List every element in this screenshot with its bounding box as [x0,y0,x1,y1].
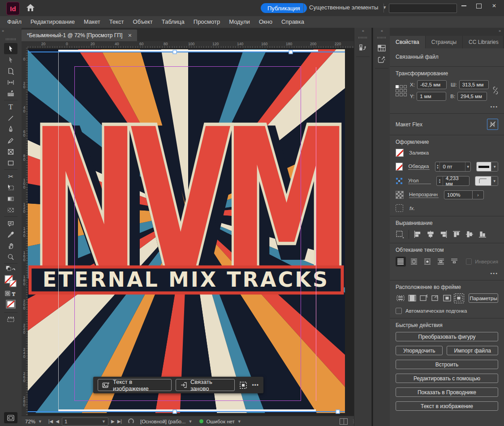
fit-content-to-frame-icon[interactable] [431,294,440,303]
flex-layout-toggle-icon[interactable] [487,119,498,130]
dock-grip[interactable] [358,37,367,39]
stroke-swatch[interactable] [396,163,403,171]
menu-window[interactable]: Окно [254,16,277,28]
tool-content-collector[interactable] [4,88,17,99]
fit-frame-to-content-icon[interactable] [419,294,428,303]
align-to-icon[interactable] [396,230,405,239]
wrap-jump-next-column-icon[interactable] [449,257,459,267]
placed-image[interactable]: NVM NVM ETERNAL MIX TRACKS Текст [28,49,345,413]
opacity-expand-icon[interactable]: › [473,190,484,199]
tools-panel-expand[interactable]: » [0,28,23,37]
grid-panel-icon[interactable] [375,42,388,54]
tool-gradient-swatch[interactable] [4,193,17,204]
corner-radius-stepper[interactable]: ▲▼ 4,233 мм [436,176,469,186]
tool-frame[interactable] [4,146,17,157]
tool-gap[interactable] [4,77,17,88]
convert-shape-button[interactable]: Преобразовать фигуру [396,332,498,341]
align-center-horizontal-icon[interactable] [426,230,435,239]
selection-handle[interactable] [336,410,340,414]
tool-eyedropper[interactable] [4,229,17,240]
align-right-icon[interactable] [439,230,448,239]
x-field[interactable]: -62,5 мм [417,80,447,89]
page-number-field[interactable]: 1 ▼ [62,417,108,426]
text-to-image-button[interactable]: Текст в изображение [98,379,172,391]
share-export-icon[interactable] [375,54,388,65]
history-panel-icon[interactable] [357,42,369,54]
tool-selection[interactable] [4,43,17,54]
align-left-icon[interactable] [413,230,422,239]
dock-collapse-icon[interactable]: « [373,28,390,36]
content-aware-fit-icon[interactable] [454,294,464,303]
tool-pen[interactable] [4,124,17,135]
tool-line[interactable] [4,112,17,124]
next-page-button[interactable]: ▶ [111,419,115,424]
fill-frame-proportionally-icon[interactable] [396,294,405,303]
document-tab-close-icon[interactable]: ✕ [128,33,132,39]
dock-collapse-icon[interactable]: « [354,28,371,36]
horizontal-ruler[interactable]: 20020406080100120140160180200220 [28,41,354,48]
selection-handle[interactable] [289,50,293,54]
wrap-none-icon[interactable] [396,257,406,267]
stroke-style-dropdown[interactable]: ▼ [476,162,498,172]
reference-point-grid[interactable] [396,85,407,96]
search-input[interactable] [389,4,457,13]
close-button[interactable]: ✕ [487,0,502,12]
minimize-button[interactable] [456,0,471,12]
import-file-button[interactable]: Импорт файла [447,346,498,355]
tool-scissors[interactable]: ✂ [4,171,17,182]
tool-page[interactable] [4,65,17,77]
wrap-bounding-box-icon[interactable] [409,257,419,267]
dock-grip[interactable] [377,37,386,39]
selection-handle[interactable] [173,410,177,414]
split-layout-icon[interactable] [340,418,348,425]
text-wrap-more-icon[interactable]: ••• [396,271,498,276]
tool-rectangle[interactable] [4,157,17,168]
menu-plugins[interactable]: Модули [224,16,254,28]
menu-view[interactable]: Просмотр [189,16,224,28]
first-page-button[interactable]: |◀ [48,419,53,424]
content-aware-fit-icon[interactable] [239,381,248,390]
more-options-icon[interactable]: ••• [252,382,259,388]
fx-icon[interactable]: fx. [409,206,415,211]
tool-gradient-feather[interactable] [4,204,17,215]
menu-edit[interactable]: Редактирование [26,16,79,28]
corner-link[interactable]: Угол [408,178,431,184]
menu-layout[interactable]: Макет [79,16,105,28]
autofit-checkbox[interactable] [396,308,402,314]
preflight-profile[interactable]: [Основной] (рабо... [140,419,186,424]
fill-stroke-swatches[interactable] [4,274,17,289]
stroke-link[interactable]: Обводка [408,164,430,170]
cell-strokes-icon[interactable] [4,314,17,325]
error-chevron-icon[interactable]: ▼ [237,419,241,424]
document-tab[interactable]: *Безымянный-1 @ 72% [Просмотр ГП] ✕ [22,30,137,41]
workspace-switcher[interactable]: Существенные элементы ▼ [309,4,387,11]
width-field[interactable]: 313,5 мм [459,80,489,89]
align-top-icon[interactable] [452,230,461,239]
text-to-image-quick-button[interactable]: Текст в изображение [396,401,498,411]
zoom-chevron-icon[interactable]: ▼ [38,419,42,424]
menu-type[interactable]: Текст [105,16,129,28]
tab-properties[interactable]: Свойства [390,36,426,48]
wrap-jump-object-icon[interactable] [436,257,446,267]
wrap-object-shape-icon[interactable] [422,257,433,267]
home-icon[interactable] [26,4,37,13]
apply-none-swatch[interactable] [4,298,17,311]
constrain-proportions-broken-link-icon[interactable] [492,86,499,95]
tools-panel-grip[interactable] [6,38,16,40]
menu-help[interactable]: Справка [277,16,309,28]
formatting-container-text-toggle[interactable]: T [4,289,17,298]
corner-style-dropdown[interactable]: ▼ [475,176,498,186]
arrange-button[interactable]: Упорядочить [396,346,443,355]
opacity-field[interactable]: 100% [444,190,473,199]
reveal-in-explorer-button[interactable]: Показать в Проводнике [396,387,498,397]
tool-pencil[interactable] [4,135,17,146]
tab-cc-libraries[interactable]: CC Libraries [463,36,504,48]
tool-type[interactable]: T [4,101,17,112]
opacity-link[interactable]: Непрозрачн [409,192,439,198]
canvas[interactable]: NVM NVM ETERNAL MIX TRACKS Текст [28,48,354,416]
menu-file[interactable]: Файл [3,16,26,28]
fit-content-proportionally-icon[interactable] [407,294,417,303]
relink-button[interactable]: Связать заново [176,379,235,391]
stroke-weight-stepper[interactable]: ▲▼ 0 пт ▼ [435,162,471,172]
tool-zoom[interactable] [4,251,17,262]
